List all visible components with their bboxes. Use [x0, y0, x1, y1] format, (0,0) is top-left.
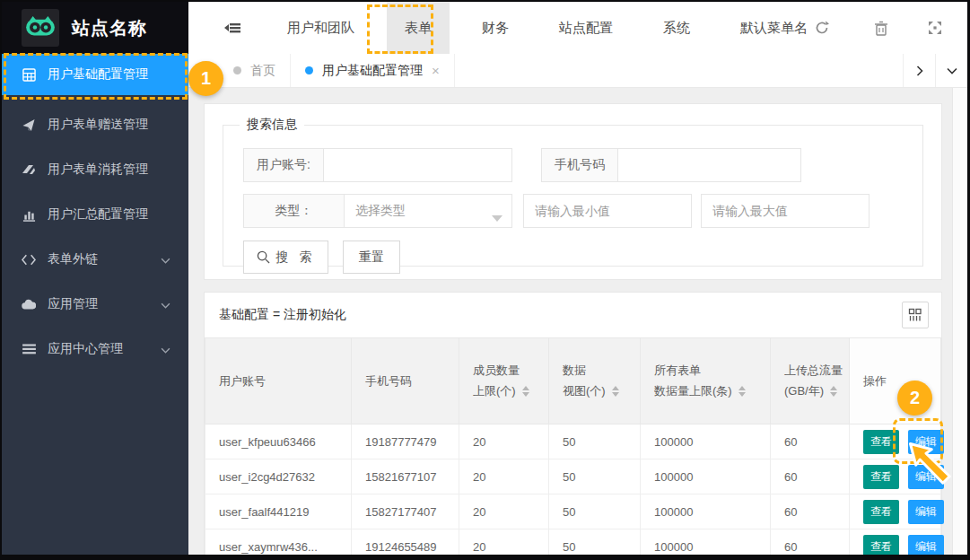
type-select-value: 选择类型: [355, 203, 406, 219]
table-cell: 20: [459, 459, 549, 494]
table-cell: 19187777479: [352, 424, 459, 459]
tabs: 首页 用户基础配置管理 ×: [219, 54, 455, 87]
account-group: 用户账号:: [243, 148, 512, 182]
sidebar: 用户基础配置管理 用户表单赠送管理 用户表单消耗管理 用户汇总配置管理 表单外链…: [2, 54, 188, 555]
sidebar-item-1[interactable]: 用户表单赠送管理: [2, 102, 188, 147]
nav-item-0[interactable]: 用户和团队: [269, 2, 372, 54]
logo-area: 站点名称: [2, 2, 188, 54]
sort-icon[interactable]: [522, 386, 529, 397]
account-input[interactable]: [324, 149, 511, 181]
table-head: 用户账号手机号码成员数量上限(个)数据视图(个)所有表单数据量上限(条)上传总流…: [205, 338, 941, 424]
column-settings-button[interactable]: [902, 302, 929, 328]
view-button[interactable]: 查看: [863, 500, 899, 524]
edit-button[interactable]: 编辑: [908, 465, 944, 489]
nav-item-1[interactable]: 表单: [387, 2, 450, 54]
table-cell: user_faalf441219: [205, 494, 352, 529]
table-cell: 60: [771, 529, 850, 560]
table-cell: 60: [771, 424, 850, 459]
collapse-menu-icon[interactable]: [188, 2, 262, 54]
view-button[interactable]: 查看: [863, 430, 899, 454]
table-cell: 20: [459, 494, 549, 529]
chevron-down-icon: [161, 297, 170, 311]
edit-button[interactable]: 编辑: [908, 430, 944, 454]
tab-bar-lead: [188, 54, 219, 87]
table-cell: 50: [549, 529, 641, 560]
nav-item-2[interactable]: 财务: [464, 2, 527, 54]
chevron-right-icon[interactable]: [903, 54, 935, 87]
table-cell: 60: [771, 494, 850, 529]
column-header-0: 用户账号: [205, 338, 352, 424]
table-cell: 50: [549, 459, 641, 494]
table-cell: 100000: [641, 459, 771, 494]
tab-1[interactable]: 用户基础配置管理 ×: [291, 54, 455, 87]
table-cell: 19124655489: [352, 529, 459, 560]
table-panel: 基础配置 = 注册初始化 用户账号手机号: [204, 292, 942, 560]
search-icon: [257, 250, 270, 264]
view-button[interactable]: 查看: [863, 465, 899, 489]
table-cell: 15821677107: [352, 459, 459, 494]
search-row-2: 类型： 选择类型: [243, 194, 910, 228]
fullscreen-icon[interactable]: [908, 2, 962, 54]
table-row-1: user_i2cg4d2763215821677107205010000060查…: [205, 459, 941, 494]
table-body: user_kfpeuu6346619187777479205010000060查…: [205, 424, 941, 560]
sidebar-item-6[interactable]: 应用中心管理: [2, 327, 188, 372]
column-header-2[interactable]: 成员数量上限(个): [459, 338, 549, 424]
scrollbar-track[interactable]: [952, 88, 967, 555]
nav-item-4[interactable]: 系统: [645, 2, 708, 54]
table-header-bar: 基础配置 = 注册初始化: [205, 293, 941, 337]
column-header-4[interactable]: 所有表单数据量上限(条): [641, 338, 771, 424]
table-row-2: user_faalf44121915827177407205010000060查…: [205, 494, 941, 529]
edit-button[interactable]: 编辑: [908, 535, 944, 559]
type-group: 类型： 选择类型: [243, 194, 512, 228]
column-header-6: 操作: [850, 338, 941, 424]
edit-button[interactable]: 编辑: [908, 500, 944, 524]
table-cell: 100000: [641, 529, 771, 560]
sidebar-item-3[interactable]: 用户汇总配置管理: [2, 192, 188, 237]
user-menu[interactable]: admin: [962, 2, 970, 54]
sort-icon[interactable]: [830, 386, 837, 397]
list-icon: [22, 342, 36, 356]
tab-bar: 首页 用户基础配置管理 ×: [188, 54, 967, 88]
top-nav: 用户和团队表单财务站点配置系统默认菜单名admin: [188, 2, 970, 54]
sort-icon[interactable]: [612, 386, 619, 397]
chevron-down-icon[interactable]: [935, 54, 967, 87]
tab-status-dot: [233, 66, 241, 74]
table-cell: 20: [459, 529, 549, 560]
column-header-5[interactable]: 上传总流量(GB/年): [771, 338, 850, 424]
reset-button[interactable]: 重置: [343, 241, 400, 274]
min-value-input[interactable]: [523, 194, 692, 228]
sidebar-item-0[interactable]: 用户基础配置管理: [2, 54, 188, 95]
tab-controls: [903, 54, 967, 87]
tab-0[interactable]: 首页: [219, 54, 291, 87]
chevron-down-icon: [161, 342, 170, 356]
type-select[interactable]: 选择类型: [345, 195, 511, 227]
phone-label: 手机号码: [542, 149, 618, 181]
sidebar-item-2[interactable]: 用户表单消耗管理: [2, 147, 188, 192]
close-icon[interactable]: ×: [432, 63, 440, 78]
table-title: 基础配置 = 注册初始化: [219, 307, 346, 323]
max-value-input[interactable]: [701, 194, 870, 228]
cloud-icon: [22, 297, 36, 311]
config-table: 用户账号手机号码成员数量上限(个)数据视图(个)所有表单数据量上限(条)上传总流…: [205, 337, 941, 560]
sort-icon[interactable]: [738, 386, 746, 397]
site-title: 站点名称: [72, 16, 147, 40]
search-button[interactable]: 搜 索: [243, 241, 328, 274]
trash-icon[interactable]: [854, 2, 908, 54]
sidebar-item-5[interactable]: 应用管理: [2, 282, 188, 327]
refresh-icon[interactable]: [815, 21, 829, 35]
view-button[interactable]: 查看: [863, 535, 899, 559]
sidebar-item-4[interactable]: 表单外链: [2, 237, 188, 282]
table-cell: 50: [549, 424, 641, 459]
nav-item-3[interactable]: 站点配置: [541, 2, 631, 54]
chevron-down-icon: [161, 252, 170, 267]
column-header-3[interactable]: 数据视图(个): [549, 338, 641, 424]
table-cell: 50: [549, 494, 641, 529]
tab-status-dot: [305, 66, 313, 74]
search-panel: 搜索信息 用户账号: 手机号码 类型： 选择类型: [204, 103, 942, 280]
phone-input[interactable]: [618, 149, 800, 181]
owl-logo-icon: [22, 9, 59, 47]
table-cell: 100000: [641, 494, 771, 529]
table-cell: user_xaymrw436...: [205, 529, 352, 560]
nav-item-5[interactable]: 默认菜单名: [722, 2, 847, 54]
bar-chart-icon: [22, 207, 36, 222]
